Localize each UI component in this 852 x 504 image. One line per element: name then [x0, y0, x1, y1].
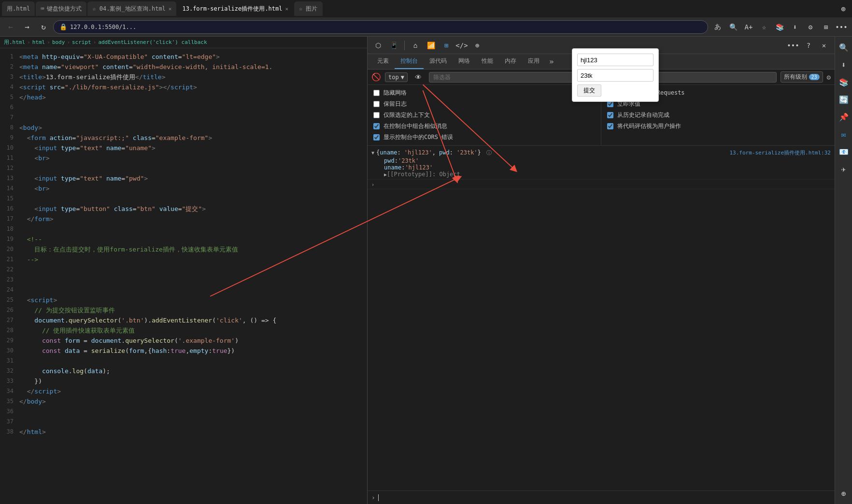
wifi-btn[interactable]: 📶 — [424, 39, 438, 52]
more-tools-btn[interactable]: ••• — [786, 39, 800, 52]
star-btn[interactable]: ☆ — [757, 20, 771, 34]
sidebar-msg-icon[interactable]: ✉ — [837, 127, 851, 141]
code-line-18: 18 — [0, 224, 367, 235]
tab-form-serialize[interactable]: 13.form-serialize插件使用.html ✕ — [177, 1, 293, 16]
font-btn[interactable]: A+ — [742, 20, 755, 34]
preserve-log-checkbox[interactable] — [373, 101, 380, 107]
context-label: top — [388, 74, 399, 81]
sidebar-collections-icon[interactable]: 📚 — [837, 75, 851, 89]
console-icon-btn[interactable]: ⊞ — [440, 39, 453, 52]
level-filter-label: 所有级别 — [784, 73, 807, 81]
hide-network-checkbox[interactable] — [373, 90, 380, 96]
group-similar-checkbox[interactable] — [373, 123, 380, 129]
code-line-20: 20 目标：在点击提交时，使用form-serialize插件，快速收集表单元素… — [0, 245, 367, 255]
tab-keyboard[interactable]: ⌨ 键盘快捷方式 — [36, 1, 86, 16]
tab-query[interactable]: ☆ 04.案例_地区查询.html ✕ — [87, 1, 176, 16]
submit-btn[interactable] — [577, 84, 601, 97]
autocomplete-checkbox[interactable] — [607, 112, 613, 118]
close-tab-query[interactable]: ✕ — [169, 6, 172, 12]
add-panel-btn[interactable]: ⊕ — [470, 39, 484, 52]
selected-context-checkbox[interactable] — [373, 112, 380, 118]
line-number: 6 — [0, 103, 19, 113]
breadcrumb-html[interactable]: html — [32, 39, 45, 45]
code-line-33: 33 }) — [0, 377, 367, 387]
new-tab-btn[interactable]: ⊕ — [837, 2, 850, 15]
pwd-input[interactable] — [577, 69, 653, 82]
line-content: document.querySelector('.btn').addEventL… — [19, 316, 367, 326]
tab-elements[interactable]: 元素 — [371, 54, 395, 69]
more-btn[interactable]: ••• — [835, 20, 848, 34]
prop-pwd: pwd: '23tk' — [384, 157, 729, 164]
sidebar-download-icon[interactable]: ⬇ — [837, 58, 851, 71]
sidebar-search-icon[interactable]: 🔍 — [837, 41, 851, 54]
settings-btn[interactable]: ⚙ — [804, 20, 817, 34]
tab-images[interactable]: ☆ 图片 — [294, 1, 322, 16]
breadcrumb-file[interactable]: 用.html — [4, 39, 25, 46]
translate-btn[interactable]: あ — [711, 20, 724, 34]
help-btn[interactable]: ? — [802, 39, 815, 52]
tab-console[interactable]: 控制台 — [395, 54, 424, 69]
uname-input[interactable] — [577, 54, 653, 66]
tab-memory[interactable]: 内存 — [499, 54, 522, 69]
refresh-btn[interactable]: ↻ — [37, 20, 50, 34]
sidebar-fly-icon[interactable]: ✈ — [837, 162, 851, 176]
line-number: 11 — [0, 154, 19, 164]
split-btn[interactable]: ⊞ — [819, 20, 833, 34]
home-btn[interactable]: ⌂ — [409, 39, 422, 52]
back-btn[interactable]: ← — [4, 20, 17, 34]
line-content — [19, 275, 367, 285]
console-entry-expand: › — [368, 180, 835, 189]
console-settings-btn[interactable]: ⚙ — [827, 73, 831, 81]
sidebar-mail-icon[interactable]: 📧 — [837, 145, 851, 158]
clear-console-btn[interactable]: 🚫 — [371, 72, 381, 82]
code-line-8: 8<body> — [0, 123, 367, 133]
device-emulation-btn[interactable]: 📱 — [387, 39, 400, 52]
entry-source-link[interactable]: 13.form-serialize插件使用.html:32 — [729, 149, 831, 156]
more-tabs-btn[interactable]: » — [545, 54, 558, 69]
expand-triangle[interactable]: ▼ — [371, 149, 374, 155]
sidebar-add-icon[interactable]: ⊕ — [837, 487, 851, 500]
code-line-24: 24 — [0, 285, 367, 295]
line-content: console.log(data); — [19, 366, 367, 377]
line-number: 13 — [0, 174, 19, 184]
code-line-28: 28 // 使用插件快速获取表单元素值 — [0, 326, 367, 336]
expand-icon[interactable]: › — [371, 181, 374, 187]
code-line-12: 12 — [0, 164, 367, 174]
line-number: 17 — [0, 214, 19, 224]
tab-use-html[interactable]: 用.html — [2, 1, 35, 16]
address-field[interactable]: 🔒 127.0.0.1:5500/1... — [53, 20, 708, 34]
line-number: 10 — [0, 143, 19, 154]
sidebar-pin-icon[interactable]: 📌 — [837, 110, 851, 124]
tab-label: 用.html — [7, 5, 30, 13]
cors-errors-checkbox[interactable] — [373, 134, 380, 140]
tab-sources[interactable]: 源代码 — [424, 54, 453, 69]
tab-application[interactable]: 应用 — [522, 54, 545, 69]
user-gesture-checkbox[interactable] — [607, 123, 613, 129]
download-btn[interactable]: ⬇ — [788, 20, 802, 34]
collections-icon[interactable]: 📚 — [773, 20, 786, 34]
line-number: 26 — [0, 306, 19, 316]
tab-performance[interactable]: 性能 — [476, 54, 499, 69]
level-filter-select[interactable]: 所有级别 23 — [781, 71, 823, 83]
line-content — [19, 265, 367, 275]
close-tab-form[interactable]: ✕ — [285, 6, 288, 12]
eye-btn[interactable]: 👁 — [412, 70, 425, 84]
forward-btn[interactable]: → — [20, 20, 34, 34]
close-devtools-btn[interactable]: ✕ — [817, 39, 831, 52]
code-btn[interactable]: </> — [455, 39, 469, 52]
setting-cors-errors: 显示控制台中的CORS 错误 — [373, 133, 595, 141]
line-number: 28 — [0, 326, 19, 336]
breadcrumb-script[interactable]: script — [72, 39, 91, 45]
sidebar-history-icon[interactable]: 🔄 — [837, 93, 851, 106]
tab-label: ☆ 04.案例_地区查询.html — [92, 5, 165, 13]
tab-network[interactable]: 网络 — [453, 54, 476, 69]
line-content: <meta name="viewport" content="width=dev… — [19, 62, 367, 72]
inspect-element-btn[interactable]: ⬡ — [371, 39, 385, 52]
zoom-btn[interactable]: 🔍 — [726, 20, 740, 34]
breadcrumb-body[interactable]: body — [52, 39, 65, 45]
setting-user-gesture: 将代码评估视为用户操作 — [607, 122, 829, 130]
breadcrumb-callback[interactable]: addEventListener('click') callback — [98, 39, 207, 45]
code-line-10: 10 <input type="text" name="uname"> — [0, 143, 367, 154]
line-content: const form = document.querySelector('.ex… — [19, 336, 367, 346]
context-selector[interactable]: top ▼ — [385, 72, 408, 82]
